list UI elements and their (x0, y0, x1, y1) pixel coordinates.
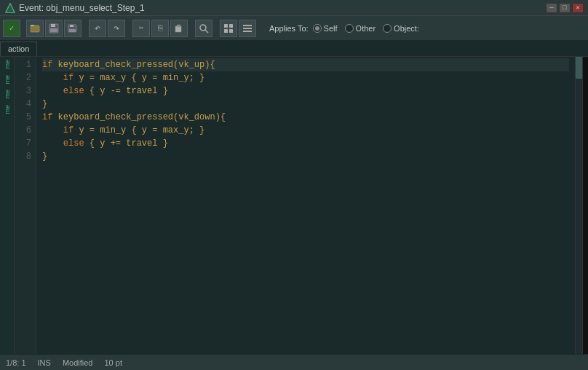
minimize-button[interactable]: — (546, 3, 557, 13)
code-content[interactable]: if keyboard_check_pressed(vk_up){ if y =… (36, 57, 575, 354)
svg-rect-6 (50, 28, 57, 32)
cut-button[interactable]: ✂ (132, 20, 150, 37)
code-editor[interactable]: 1 2 3 4 5 6 7 8 if keyboard_check_presse… (15, 57, 575, 354)
window-title: Event: obj_menu_select_Step_1 (19, 3, 546, 13)
svg-rect-16 (224, 29, 228, 33)
radio-object[interactable]: Object: (383, 24, 419, 33)
svg-line-13 (205, 30, 208, 33)
right-panel (582, 57, 588, 354)
edit-mode: INS (38, 358, 51, 367)
svg-rect-20 (243, 31, 252, 32)
svg-rect-2 (31, 25, 39, 32)
grid-button2[interactable] (239, 20, 256, 37)
close-button[interactable]: ✕ (572, 3, 584, 13)
paste-button[interactable] (170, 20, 188, 37)
radio-object-label: Object: (394, 24, 419, 33)
grid-button1[interactable] (220, 20, 237, 37)
svg-rect-8 (70, 25, 74, 27)
sidebar-label3: me (4, 90, 11, 99)
main-layout: me me me me 1 2 3 4 5 6 7 8 if keyboard_… (0, 57, 588, 354)
svg-rect-9 (69, 29, 76, 32)
sidebar-label: me (4, 60, 11, 69)
svg-rect-5 (51, 24, 55, 27)
tab-bar: action (0, 41, 588, 57)
code-area: 1 2 3 4 5 6 7 8 if keyboard_check_presse… (15, 57, 575, 354)
maximize-button[interactable]: □ (559, 3, 571, 13)
radio-self-label: Self (324, 24, 338, 33)
cursor-position: 1/8: 1 (6, 358, 26, 367)
file-state: Modified (63, 358, 93, 367)
applies-to-radio-group: Self Other Object: (313, 24, 419, 33)
sidebar-label4: me (4, 105, 11, 114)
svg-rect-15 (229, 24, 233, 28)
svg-rect-17 (229, 29, 233, 33)
radio-self-circle[interactable] (313, 24, 322, 33)
toolbar: ✓ ↶ ↷ ✂ ⎘ (0, 16, 588, 41)
radio-object-circle[interactable] (383, 24, 392, 33)
svg-point-12 (200, 25, 206, 31)
save-all-button[interactable] (64, 20, 82, 37)
left-sidebar: me me me me (0, 57, 15, 354)
font-size: 10 pt (104, 358, 122, 367)
open-button[interactable] (26, 20, 44, 37)
search-button[interactable] (195, 20, 212, 37)
copy-button[interactable]: ⎘ (151, 20, 169, 37)
save-button[interactable] (45, 20, 63, 37)
redo-button[interactable]: ↷ (108, 20, 125, 37)
app-icon (4, 2, 16, 14)
undo-button[interactable]: ↶ (89, 20, 106, 37)
radio-other-circle[interactable] (345, 24, 354, 33)
svg-rect-19 (243, 28, 252, 29)
window-controls[interactable]: — □ ✕ (546, 3, 584, 13)
applies-to-label: Applies To: (269, 24, 309, 33)
svg-rect-3 (31, 25, 34, 26)
radio-self[interactable]: Self (313, 24, 338, 33)
vertical-scrollbar[interactable] (575, 57, 582, 354)
title-bar: Event: obj_menu_select_Step_1 — □ ✕ (0, 0, 588, 16)
status-bar: 1/8: 1 INS Modified 10 pt (0, 354, 588, 370)
sidebar-label2: me (4, 75, 11, 84)
accept-button[interactable]: ✓ (3, 20, 20, 37)
line-numbers: 1 2 3 4 5 6 7 8 (15, 57, 36, 354)
tab-action[interactable]: action (0, 42, 37, 56)
radio-other[interactable]: Other (345, 24, 376, 33)
svg-rect-18 (243, 25, 252, 26)
svg-rect-14 (224, 24, 228, 28)
radio-other-label: Other (356, 24, 376, 33)
svg-rect-11 (177, 25, 180, 27)
